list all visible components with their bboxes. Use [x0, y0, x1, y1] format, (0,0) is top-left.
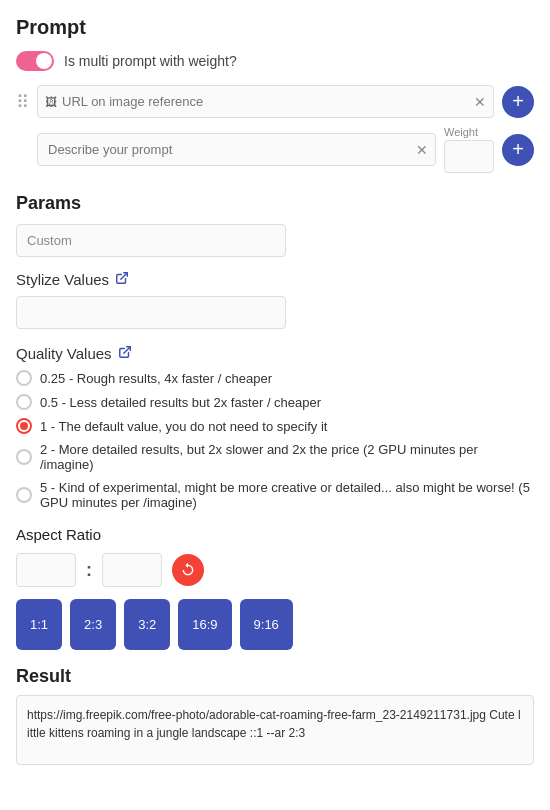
quality-radio-05[interactable]	[16, 394, 32, 410]
multi-prompt-toggle[interactable]	[16, 51, 54, 71]
quality-label-2: 2 - More detailed results, but 2x slower…	[40, 442, 534, 472]
quality-option-5[interactable]: 5 - Kind of experimental, might be more …	[16, 480, 534, 510]
quality-label-025: 0.25 - Rough results, 4x faster / cheape…	[40, 371, 272, 386]
multi-prompt-label: Is multi prompt with weight?	[64, 53, 237, 69]
describe-clear-button[interactable]: ✕	[414, 141, 430, 159]
quality-option-025[interactable]: 0.25 - Rough results, 4x faster / cheape…	[16, 370, 534, 386]
result-box: https://img.freepik.com/free-photo/adora…	[16, 695, 534, 765]
quality-external-icon[interactable]	[118, 345, 132, 362]
aspect-reset-button[interactable]	[172, 554, 204, 586]
result-title: Result	[16, 666, 534, 687]
quality-label-05: 0.5 - Less detailed results but 2x faste…	[40, 395, 321, 410]
image-url-input[interactable]: https://img.freepik.com/free-photo/adora…	[37, 85, 494, 118]
svg-line-0	[121, 273, 127, 279]
quality-radio-5[interactable]	[16, 487, 32, 503]
ratio-9-16-button[interactable]: 9:16	[240, 599, 293, 650]
image-url-clear-button[interactable]: ✕	[472, 93, 488, 111]
aspect-num2-input[interactable]: 3	[102, 553, 162, 587]
quality-subsection: Quality Values 0.25 - Rough results, 4x …	[16, 345, 534, 510]
ratio-16-9-button[interactable]: 16:9	[178, 599, 231, 650]
params-title: Params	[16, 193, 534, 214]
weight-input[interactable]: 1	[444, 140, 494, 173]
quality-radio-2[interactable]	[16, 449, 32, 465]
quality-label-5: 5 - Kind of experimental, might be more …	[40, 480, 534, 510]
multi-prompt-row: Is multi prompt with weight?	[16, 51, 534, 71]
image-url-row: ⠿ 🖼 https://img.freepik.com/free-photo/a…	[16, 85, 534, 118]
image-url-input-wrap: 🖼 https://img.freepik.com/free-photo/ado…	[37, 85, 494, 118]
stylize-header: Stylize Values	[16, 271, 534, 288]
quality-radio-025[interactable]	[16, 370, 32, 386]
quality-label-1: 1 - The default value, you do not need t…	[40, 419, 327, 434]
quality-option-05[interactable]: 0.5 - Less detailed results but 2x faste…	[16, 394, 534, 410]
params-section: Params Custom Stylize Values 2500 Qualit…	[16, 193, 534, 510]
aspect-ratio-title: Aspect Ratio	[16, 526, 534, 543]
svg-line-1	[123, 347, 129, 353]
stylize-external-icon[interactable]	[115, 271, 129, 288]
quality-header: Quality Values	[16, 345, 534, 362]
quality-title: Quality Values	[16, 345, 112, 362]
stylize-subsection: Stylize Values 2500	[16, 271, 534, 329]
custom-select[interactable]: Custom	[16, 224, 286, 257]
reset-icon	[180, 562, 196, 578]
quality-radio-1[interactable]	[16, 418, 32, 434]
weight-label: Weight	[444, 126, 494, 138]
prompt-area: ⠿ 🖼 https://img.freepik.com/free-photo/a…	[16, 85, 534, 173]
aspect-inputs: 2 : 3	[16, 553, 534, 587]
ratio-1-1-button[interactable]: 1:1	[16, 599, 62, 650]
stylize-value-input[interactable]: 2500	[16, 296, 286, 329]
add-image-url-button[interactable]: +	[502, 86, 534, 118]
ratio-buttons: 1:1 2:3 3:2 16:9 9:16	[16, 599, 534, 650]
stylize-title: Stylize Values	[16, 271, 109, 288]
page-title: Prompt	[16, 16, 534, 39]
describe-prompt-row: ⠿ Cute little kittens roaming in a jungl…	[16, 126, 534, 173]
aspect-colon: :	[86, 560, 92, 581]
drag-handle-icon: ⠿	[16, 91, 29, 113]
ratio-2-3-button[interactable]: 2:3	[70, 599, 116, 650]
image-icon: 🖼	[45, 95, 57, 109]
result-section: Result https://img.freepik.com/free-phot…	[16, 666, 534, 765]
aspect-ratio-section: Aspect Ratio 2 : 3 1:1 2:3 3:2 16:9 9:16	[16, 526, 534, 650]
add-describe-button[interactable]: +	[502, 134, 534, 166]
quality-option-1[interactable]: 1 - The default value, you do not need t…	[16, 418, 534, 434]
ratio-3-2-button[interactable]: 3:2	[124, 599, 170, 650]
quality-radio-group: 0.25 - Rough results, 4x faster / cheape…	[16, 370, 534, 510]
weight-box: Weight 1	[444, 126, 494, 173]
quality-option-2[interactable]: 2 - More detailed results, but 2x slower…	[16, 442, 534, 472]
describe-input-wrap: Cute little kittens roaming in a jungle …	[37, 133, 436, 166]
describe-prompt-input[interactable]: Cute little kittens roaming in a jungle …	[37, 133, 436, 166]
aspect-num1-input[interactable]: 2	[16, 553, 76, 587]
